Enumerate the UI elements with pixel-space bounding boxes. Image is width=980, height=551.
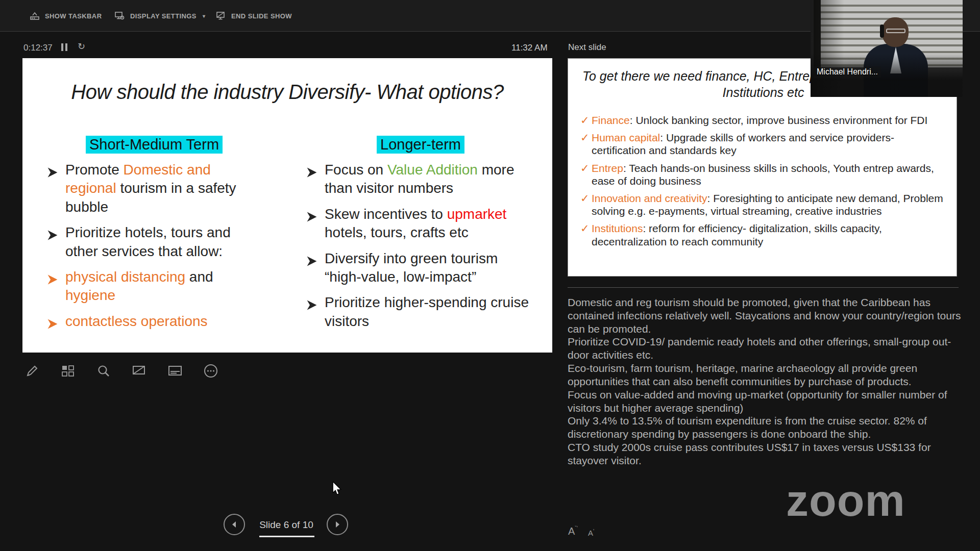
- presenter-view: SHOW TASKBAR DISPLAY SETTINGS ▾ END SLID…: [0, 0, 980, 551]
- notes-paragraph: Only 3.4% to 13.5% of tourism expenditur…: [568, 414, 963, 441]
- next-slide-bullet: ✓Innovation and creativity: Foresighting…: [580, 192, 944, 217]
- slide-title: How should the industry Diversify- What …: [22, 58, 552, 104]
- next-slide-bullets: ✓Finance: Unlock banking sector, improve…: [580, 114, 944, 248]
- slide-bullet: Prioritize higher-spending cruise visito…: [306, 293, 535, 331]
- captions-icon[interactable]: [164, 360, 186, 382]
- end-slide-show-button[interactable]: END SLIDE SHOW: [216, 0, 292, 32]
- zoom-slide-icon[interactable]: [93, 360, 114, 382]
- pause-timer-button[interactable]: [61, 43, 67, 51]
- slide-bullet: Promote Domestic and regional tourism in…: [47, 161, 261, 216]
- show-taskbar-label: SHOW TASKBAR: [45, 12, 102, 20]
- checkmark-icon: ✓: [580, 192, 592, 217]
- column-header-short-medium: Short-Medium Term: [86, 136, 223, 154]
- slide-bullet: physical distancing and hygiene: [47, 268, 261, 305]
- caret-down-icon: ʼ: [593, 529, 594, 534]
- presentation-timer: 0:12:37: [23, 43, 53, 53]
- chevron-down-icon: ▾: [203, 13, 205, 19]
- next-slide-bullet: ✓Finance: Unlock banking sector, improve…: [580, 114, 944, 127]
- next-slide-label: Next slide: [568, 42, 606, 53]
- restart-timer-icon[interactable]: ↻: [78, 41, 85, 52]
- slide-column-short-medium-term: Short-Medium Term Promote Domestic and r…: [47, 136, 261, 341]
- bullet-arrow-icon: [47, 312, 65, 334]
- slide-column-longer-term: Longer-term Focus on Value Addition more…: [306, 136, 535, 338]
- display-settings-icon: [114, 11, 125, 21]
- bullet-list-right: Focus on Value Addition more than visito…: [306, 161, 535, 331]
- previous-slide-icon: [230, 520, 238, 529]
- bullet-list-left: Promote Domestic and regional tourism in…: [47, 161, 261, 334]
- slide-counter: Slide 6 of 10: [255, 519, 317, 531]
- display-settings-button[interactable]: DISPLAY SETTINGS ▾: [114, 0, 205, 32]
- next-slide-button[interactable]: [327, 514, 348, 535]
- notes-paragraph: Prioritize COVID-19/ pandemic ready hote…: [568, 335, 963, 362]
- decrease-font-button[interactable]: Aʼ: [588, 529, 594, 537]
- bullet-arrow-icon: [306, 161, 325, 198]
- slide-counter-underline: [259, 536, 314, 537]
- webcam-video: Michael Hendri...: [811, 0, 963, 97]
- annotation-toolbar: [21, 360, 222, 382]
- next-slide-bullet: ✓Institutions: reform for efficiency- di…: [580, 222, 944, 247]
- slide-bullet: Prioritize hotels, tours and other servi…: [47, 223, 261, 261]
- notes-divider: [568, 287, 959, 288]
- show-taskbar-button[interactable]: SHOW TASKBAR: [30, 0, 102, 32]
- participant-name: Michael Hendri...: [814, 66, 881, 78]
- pen-icon[interactable]: [21, 360, 43, 382]
- end-slide-show-label: END SLIDE SHOW: [231, 12, 292, 20]
- slide-bullet: Diversify into green tourism “high-value…: [306, 249, 535, 287]
- slide-bullet: contactless operations: [47, 312, 261, 334]
- notes-paragraph: Focus on value-added and moving up-marke…: [568, 388, 963, 415]
- checkmark-icon: ✓: [580, 162, 592, 187]
- current-slide: How should the industry Diversify- What …: [22, 58, 552, 353]
- current-time: 11:32 AM: [511, 43, 548, 53]
- bullet-arrow-icon: [47, 268, 65, 305]
- zoom-watermark: zoom: [786, 474, 905, 527]
- slide-bullet: Focus on Value Addition more than visito…: [306, 161, 535, 198]
- more-options-icon[interactable]: [200, 360, 222, 382]
- taskbar-icon: [30, 11, 40, 21]
- bullet-arrow-icon: [306, 205, 325, 242]
- notes-paragraph: Eco-tourism, farm tourism, heritage, mar…: [568, 362, 963, 388]
- bullet-arrow-icon: [47, 223, 65, 261]
- notes-paragraph: CTO study 2000s cruise pass contributes …: [568, 441, 963, 467]
- caret-up-icon: ˇʻ: [575, 525, 578, 531]
- mouse-cursor: [331, 482, 343, 498]
- slide-bullet: Skew incentives to upmarket hotels, tour…: [306, 205, 535, 242]
- black-screen-icon[interactable]: [129, 360, 150, 382]
- bullet-arrow-icon: [47, 161, 65, 216]
- checkmark-icon: ✓: [580, 222, 592, 247]
- next-slide-icon: [333, 520, 341, 529]
- see-all-slides-icon[interactable]: [57, 360, 79, 382]
- display-settings-label: DISPLAY SETTINGS: [130, 12, 197, 20]
- checkmark-icon: ✓: [580, 114, 592, 127]
- bullet-arrow-icon: [306, 293, 325, 331]
- speaker-notes: Domestic and reg tourism should be promo…: [568, 296, 963, 467]
- bullet-arrow-icon: [306, 249, 325, 287]
- notes-font-controls: Aˇʻ Aʼ: [568, 525, 594, 537]
- notes-paragraph: Domestic and reg tourism should be promo…: [568, 296, 963, 335]
- checkmark-icon: ✓: [580, 131, 592, 157]
- end-slide-show-icon: [216, 11, 226, 21]
- column-header-longer-term: Longer-term: [377, 136, 464, 154]
- next-slide-bullet: ✓Human capital: Upgrade skills of worker…: [580, 131, 944, 157]
- next-slide-bullet: ✓Entrep: Teach hands-on business skills …: [580, 162, 944, 187]
- previous-slide-button[interactable]: [224, 514, 245, 535]
- increase-font-button[interactable]: Aˇʻ: [568, 525, 578, 537]
